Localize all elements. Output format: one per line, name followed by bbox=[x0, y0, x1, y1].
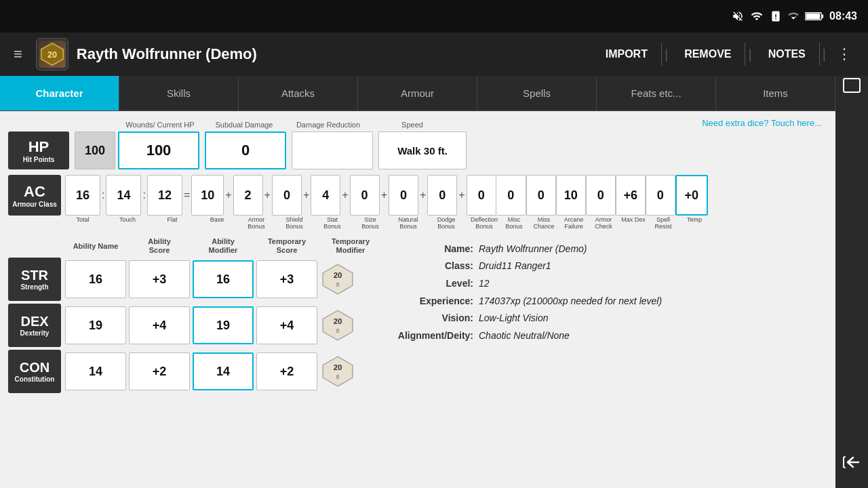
class-label: Class: bbox=[392, 260, 473, 273]
ac-touch[interactable]: 14 bbox=[106, 175, 141, 216]
level-label: Level: bbox=[392, 277, 473, 291]
svg-rect-2 bbox=[822, 14, 824, 18]
svg-text:20: 20 bbox=[334, 363, 342, 371]
rectangle-icon bbox=[841, 76, 863, 95]
ac-deflection-bonus[interactable]: 0 bbox=[467, 175, 496, 216]
vision-label: Vision: bbox=[392, 312, 473, 325]
ac-base[interactable]: 10 bbox=[191, 175, 224, 216]
str-temp-score[interactable]: 16 bbox=[193, 260, 254, 298]
hp-subdual-field[interactable]: 0 bbox=[205, 131, 286, 169]
battery-icon bbox=[805, 11, 824, 22]
tab-attacks[interactable]: Attacks bbox=[239, 76, 358, 110]
exp-label: Experience: bbox=[392, 295, 473, 308]
muted-icon bbox=[732, 10, 744, 22]
status-icons: 08:43 bbox=[732, 10, 857, 22]
side-nav-back[interactable] bbox=[841, 453, 863, 488]
ability-mod-header: AbilityModifier bbox=[193, 237, 254, 255]
damage-reduction-header: Damage Reduction bbox=[288, 121, 369, 129]
hp-speed-field: Walk 30 ft. bbox=[378, 131, 467, 169]
ac-spell-resist[interactable]: 0 bbox=[646, 175, 675, 216]
remove-button[interactable]: REMOVE bbox=[671, 43, 745, 66]
more-button[interactable]: ⋮ bbox=[829, 40, 860, 68]
str-dice[interactable]: 20 8 bbox=[320, 262, 355, 297]
ac-shield-bonus[interactable]: 0 bbox=[272, 175, 302, 216]
tab-feats[interactable]: Feats etc... bbox=[597, 76, 716, 110]
ac-dodge-bonus[interactable]: 0 bbox=[427, 175, 457, 216]
wounds-header: Wounds/ Current HP bbox=[119, 121, 201, 129]
svg-text:20: 20 bbox=[334, 317, 342, 325]
svg-text:20: 20 bbox=[334, 271, 342, 279]
tab-character[interactable]: Character bbox=[0, 76, 119, 110]
notes-button[interactable]: NOTES bbox=[755, 43, 820, 66]
label-size-bonus: Size Bonus bbox=[355, 217, 385, 230]
tab-skills[interactable]: Skills bbox=[119, 76, 239, 110]
class-value: Druid11 Ranger1 bbox=[479, 260, 816, 273]
alignment-label: Alignment/Deity: bbox=[392, 329, 473, 343]
ac-armor-check[interactable]: 0 bbox=[586, 175, 616, 216]
label-misc-bonus: Misc Bonus bbox=[499, 217, 529, 230]
svg-text:8: 8 bbox=[336, 374, 340, 381]
label-deflection-bonus: Deflection Bonus bbox=[469, 217, 499, 230]
label-armor-bonus: Armor Bonus bbox=[241, 217, 271, 230]
ability-row-str: STR Strength 16 +3 16 +3 20 8 bbox=[8, 258, 381, 301]
label-dodge-bonus: Dodge Bonus bbox=[431, 217, 461, 230]
ability-name-header: Ability Name bbox=[65, 242, 126, 250]
dex-label: DEX Dexterity bbox=[8, 304, 61, 347]
dex-score: 19 bbox=[65, 306, 126, 344]
ac-armor-bonus[interactable]: 2 bbox=[233, 175, 263, 216]
svg-text:8: 8 bbox=[336, 282, 340, 289]
subdual-header: Subdual Damage bbox=[203, 121, 285, 129]
label-flat: Flat bbox=[155, 217, 190, 224]
char-class-row: Class: Druid11 Ranger1 bbox=[392, 260, 816, 273]
ac-stat-bonus[interactable]: 4 bbox=[311, 175, 340, 216]
con-temp-score[interactable]: 14 bbox=[193, 352, 254, 390]
ability-table: Ability Name AbilityScore AbilityModifie… bbox=[8, 237, 381, 396]
header-actions: IMPORT | REMOVE | NOTES | ⋮ bbox=[592, 40, 860, 68]
label-shield-bonus: Shield Bonus bbox=[279, 217, 309, 230]
ac-values-row: AC Armour Class 16 : 14 : 12 = 10 + 2 + … bbox=[8, 175, 827, 216]
svg-marker-11 bbox=[323, 310, 353, 340]
ac-natural-bonus[interactable]: 0 bbox=[389, 175, 418, 216]
hp-damage-reduction-field[interactable] bbox=[292, 131, 373, 169]
ability-temp-score-header: TemporaryScore bbox=[256, 237, 317, 255]
char-name-row: Name: Rayth Wolfrunner (Demo) bbox=[392, 243, 816, 256]
tab-armour[interactable]: Armour bbox=[358, 76, 477, 110]
str-modifier: +3 bbox=[129, 260, 190, 298]
ac-temp[interactable]: +0 bbox=[675, 175, 708, 216]
ability-score-header: AbilityScore bbox=[129, 237, 190, 255]
import-button[interactable]: IMPORT bbox=[592, 43, 662, 66]
hp-max-field[interactable]: 100 bbox=[75, 131, 115, 169]
ac-arcane-failure[interactable]: 10 bbox=[556, 175, 586, 216]
name-label: Name: bbox=[392, 243, 473, 256]
ac-max-dex[interactable]: +6 bbox=[616, 175, 646, 216]
ac-flat[interactable]: 12 bbox=[147, 175, 182, 216]
dice-link[interactable]: Need extra dice? Touch here... bbox=[453, 117, 827, 129]
con-dice[interactable]: 20 8 bbox=[320, 354, 355, 389]
svg-text:8: 8 bbox=[336, 328, 340, 335]
wifi-icon bbox=[749, 10, 764, 22]
menu-icon[interactable]: ≡ bbox=[8, 43, 28, 66]
ac-size-bonus[interactable]: 0 bbox=[350, 175, 380, 216]
char-level-row: Level: 12 bbox=[392, 277, 816, 291]
dex-temp-score[interactable]: 19 bbox=[193, 306, 254, 344]
hp-label: HP Hit Points bbox=[8, 131, 69, 169]
label-armor-check: Armor Check bbox=[589, 217, 618, 230]
dex-dice[interactable]: 20 8 bbox=[320, 308, 355, 343]
ac-miss-chance[interactable]: 0 bbox=[526, 175, 556, 216]
exp-value: 174037xp (210000xp needed for next level… bbox=[479, 295, 816, 308]
ac-total[interactable]: 16 bbox=[65, 175, 100, 216]
label-natural-bonus: Natural Bonus bbox=[393, 217, 423, 230]
ac-label: AC Armour Class bbox=[8, 175, 61, 216]
hp-current-field[interactable]: 100 bbox=[118, 131, 199, 169]
side-nav-top[interactable] bbox=[841, 76, 863, 98]
tab-items[interactable]: Items bbox=[716, 76, 835, 110]
ability-section: Ability Name AbilityScore AbilityModifie… bbox=[0, 232, 835, 396]
speed-header: Speed bbox=[372, 121, 453, 129]
tab-spells[interactable]: Spells bbox=[477, 76, 597, 110]
char-vision-row: Vision: Low-Light Vision bbox=[392, 312, 816, 325]
label-max-dex: Max Dex bbox=[618, 217, 648, 224]
ac-misc-bonus[interactable]: 0 bbox=[496, 175, 526, 216]
vision-value: Low-Light Vision bbox=[479, 312, 816, 325]
main-content: Wounds/ Current HP Subdual Damage Damage… bbox=[0, 111, 835, 488]
svg-marker-14 bbox=[323, 357, 353, 386]
